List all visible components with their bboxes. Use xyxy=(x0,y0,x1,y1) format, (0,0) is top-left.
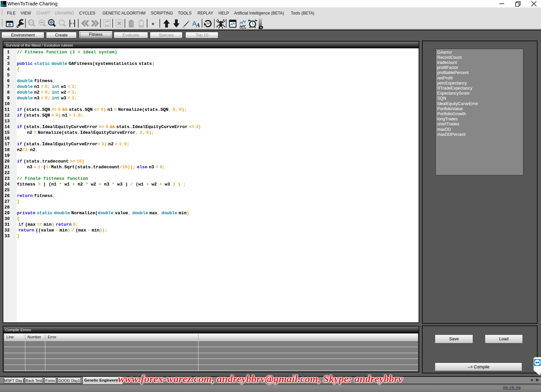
svg-text:1:1: 1:1 xyxy=(29,21,33,24)
svg-text:A: A xyxy=(196,22,200,28)
